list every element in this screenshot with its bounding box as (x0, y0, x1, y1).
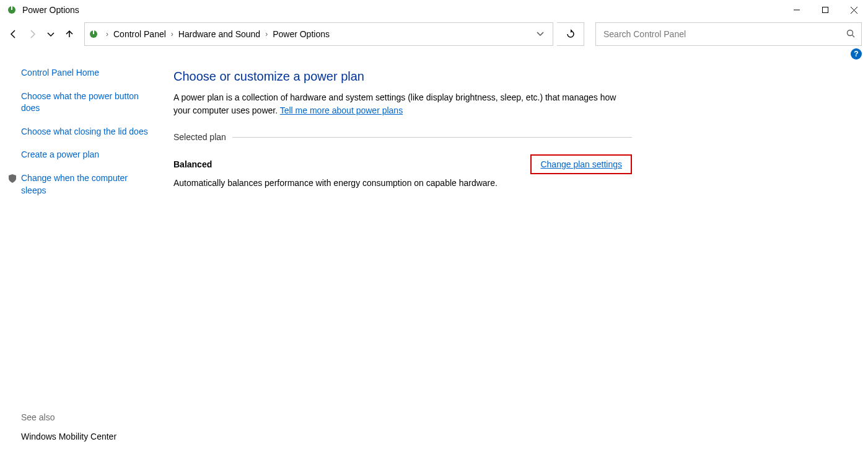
sidebar-link-power-button[interactable]: Choose what the power button does (21, 91, 150, 115)
up-button[interactable] (62, 24, 77, 44)
tell-me-more-link[interactable]: Tell me more about power plans (280, 105, 403, 115)
change-plan-settings-link[interactable]: Change plan settings (540, 159, 622, 169)
window-controls (783, 0, 868, 20)
see-also-heading: See also (21, 412, 150, 422)
chevron-down-icon[interactable] (532, 29, 549, 39)
sidebar-link-create-plan[interactable]: Create a power plan (21, 149, 150, 161)
search-icon[interactable] (846, 29, 855, 40)
main-content: Choose or customize a power plan A power… (161, 63, 632, 452)
svg-rect-7 (93, 30, 94, 34)
chevron-right-icon[interactable]: › (102, 30, 112, 38)
plan-name: Balanced (173, 159, 212, 169)
sidebar-link-sleep[interactable]: Change when the computer sleeps (21, 172, 150, 197)
breadcrumb-item[interactable]: Control Panel (112, 29, 167, 39)
svg-point-8 (848, 30, 853, 35)
sidebar-link-lid[interactable]: Choose what closing the lid does (21, 126, 150, 138)
svg-rect-3 (823, 7, 828, 13)
recent-locations-button[interactable] (43, 24, 58, 44)
power-options-icon (6, 4, 17, 16)
search-input[interactable] (602, 29, 846, 40)
toolbar: › Control Panel › Hardware and Sound › P… (0, 20, 868, 48)
plan-description: Automatically balances performance with … (173, 178, 632, 188)
search-box[interactable] (595, 22, 862, 46)
svg-line-9 (853, 35, 855, 37)
titlebar: Power Options (0, 0, 868, 20)
chevron-right-icon[interactable]: › (261, 30, 271, 38)
refresh-button[interactable] (557, 22, 584, 46)
svg-line-4 (851, 7, 857, 14)
breadcrumb-item[interactable]: Power Options (271, 29, 331, 39)
sidebar-link-home[interactable]: Control Panel Home (21, 67, 150, 79)
section-label: Selected plan (173, 132, 232, 142)
page-description: A power plan is a collection of hardware… (173, 91, 632, 117)
back-button[interactable] (6, 24, 21, 44)
svg-rect-1 (11, 6, 12, 10)
close-button[interactable] (840, 0, 868, 20)
maximize-button[interactable] (811, 0, 840, 20)
see-also-mobility[interactable]: Windows Mobility Center (21, 431, 150, 443)
breadcrumb-item[interactable]: Hardware and Sound (177, 29, 261, 39)
chevron-right-icon[interactable]: › (167, 30, 177, 38)
shield-icon (7, 174, 17, 184)
window-title: Power Options (22, 5, 79, 15)
change-plan-highlight: Change plan settings (530, 154, 632, 174)
forward-button[interactable] (25, 24, 40, 44)
sidebar: Control Panel Home Choose what the power… (0, 63, 161, 452)
minimize-button[interactable] (783, 0, 811, 20)
svg-line-5 (851, 7, 857, 14)
breadcrumb[interactable]: › Control Panel › Hardware and Sound › P… (84, 22, 553, 46)
page-title: Choose or customize a power plan (173, 69, 632, 84)
help-row: ? (0, 48, 868, 63)
selected-plan-section: Selected plan (173, 132, 632, 142)
power-options-icon (85, 23, 102, 45)
help-button[interactable]: ? (851, 48, 862, 60)
section-rule (232, 137, 632, 138)
